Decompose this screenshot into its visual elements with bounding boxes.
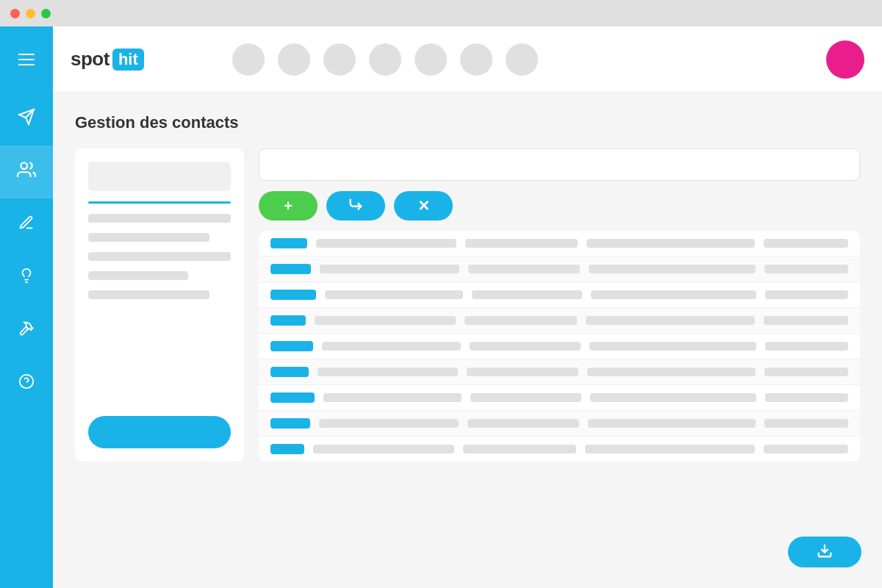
add-button[interactable]: + xyxy=(259,191,318,220)
export-button[interactable] xyxy=(326,191,385,220)
cell-3 xyxy=(589,265,756,273)
panel-line-5 xyxy=(88,290,209,299)
table-row[interactable] xyxy=(259,257,860,282)
table-row[interactable] xyxy=(259,411,860,437)
sidebar-top xyxy=(0,26,53,93)
lightbulb-icon xyxy=(18,268,35,288)
row-label xyxy=(270,238,307,248)
plus-icon: + xyxy=(284,198,293,215)
panel-search-box[interactable] xyxy=(88,162,231,191)
row-label xyxy=(270,418,310,429)
messages-icon xyxy=(18,108,35,130)
cell-4 xyxy=(765,290,848,299)
table-row[interactable] xyxy=(259,334,860,359)
sidebar-item-campaigns[interactable] xyxy=(0,198,53,251)
nav-circle-7[interactable] xyxy=(506,43,538,76)
cell-2 xyxy=(467,368,578,376)
cell-2 xyxy=(467,419,579,428)
nav-circle-1[interactable] xyxy=(232,43,265,76)
cell-3 xyxy=(587,239,755,248)
logo-spot: spot xyxy=(71,48,110,71)
sidebar-item-ideas[interactable] xyxy=(0,251,53,304)
cell-2 xyxy=(472,290,582,299)
nav-circle-6[interactable] xyxy=(460,43,492,76)
cell-3 xyxy=(590,393,756,402)
cell-3 xyxy=(591,290,756,299)
table-row[interactable] xyxy=(259,282,860,308)
panel-line-4 xyxy=(88,271,188,280)
panel-action-button[interactable] xyxy=(88,416,231,448)
panel-line-3 xyxy=(88,252,231,261)
cell-2 xyxy=(470,342,581,351)
cell-1 xyxy=(316,239,456,248)
nav-circle-3[interactable] xyxy=(323,43,356,76)
cell-4 xyxy=(765,393,848,402)
left-panel xyxy=(75,148,244,462)
nav-circle-2[interactable] xyxy=(278,43,310,76)
export-icon xyxy=(348,196,364,216)
header-nav xyxy=(203,43,811,76)
hamburger-button[interactable] xyxy=(18,54,35,65)
table-row[interactable] xyxy=(259,385,860,411)
cell-4 xyxy=(764,419,848,428)
sidebar-item-help[interactable] xyxy=(0,357,53,410)
data-table xyxy=(259,231,860,462)
content-body: + ✕ xyxy=(75,148,860,462)
table-row[interactable] xyxy=(259,359,860,385)
right-panel: + ✕ xyxy=(259,148,860,462)
cell-3 xyxy=(585,445,755,453)
table-row[interactable] xyxy=(259,437,860,462)
cell-3 xyxy=(587,368,756,376)
sidebar xyxy=(0,26,53,588)
contacts-icon xyxy=(17,160,36,184)
cell-4 xyxy=(764,445,848,453)
cell-2 xyxy=(463,445,576,453)
sidebar-item-tools[interactable] xyxy=(0,304,53,357)
page-title: Gestion des contacts xyxy=(75,113,860,132)
download-button[interactable] xyxy=(788,537,861,567)
cell-1 xyxy=(322,342,461,351)
cell-4 xyxy=(764,265,848,273)
pen-icon xyxy=(18,215,35,235)
window-chrome xyxy=(0,0,882,26)
table-row[interactable] xyxy=(259,231,860,257)
cell-3 xyxy=(589,342,756,351)
cell-1 xyxy=(315,316,456,325)
cell-2 xyxy=(468,265,580,273)
svg-point-2 xyxy=(21,162,27,169)
maximize-dot[interactable] xyxy=(41,9,51,18)
close-icon: ✕ xyxy=(417,197,430,215)
cell-1 xyxy=(318,368,458,376)
cell-1 xyxy=(323,393,462,402)
panel-line-2 xyxy=(88,233,209,242)
row-label xyxy=(270,264,311,274)
sidebar-item-messages[interactable] xyxy=(0,93,53,146)
download-icon xyxy=(817,542,833,562)
delete-button[interactable]: ✕ xyxy=(394,191,453,220)
cell-4 xyxy=(764,316,848,325)
cell-4 xyxy=(764,239,848,248)
logo-area: spot hit xyxy=(71,48,188,71)
row-label xyxy=(270,367,309,377)
search-bar[interactable] xyxy=(259,148,860,181)
cell-4 xyxy=(764,368,848,376)
panel-line-1 xyxy=(88,214,231,223)
row-label xyxy=(270,444,304,454)
nav-circle-5[interactable] xyxy=(415,43,447,76)
cell-1 xyxy=(313,445,454,453)
row-label xyxy=(270,392,315,403)
sidebar-item-contacts[interactable] xyxy=(0,146,53,198)
close-dot[interactable] xyxy=(10,9,20,18)
cell-1 xyxy=(319,419,459,428)
content-area: Gestion des contacts xyxy=(53,93,882,588)
nav-circle-4[interactable] xyxy=(369,43,401,76)
cell-3 xyxy=(586,316,755,325)
minimize-dot[interactable] xyxy=(26,9,35,18)
cell-2 xyxy=(470,393,581,402)
logo-hit: hit xyxy=(112,49,144,71)
main-content: spot hit Gestion des contacts xyxy=(53,26,882,588)
table-row[interactable] xyxy=(259,308,860,334)
cell-1 xyxy=(325,290,463,299)
cell-2 xyxy=(465,239,578,248)
avatar[interactable] xyxy=(826,40,864,79)
